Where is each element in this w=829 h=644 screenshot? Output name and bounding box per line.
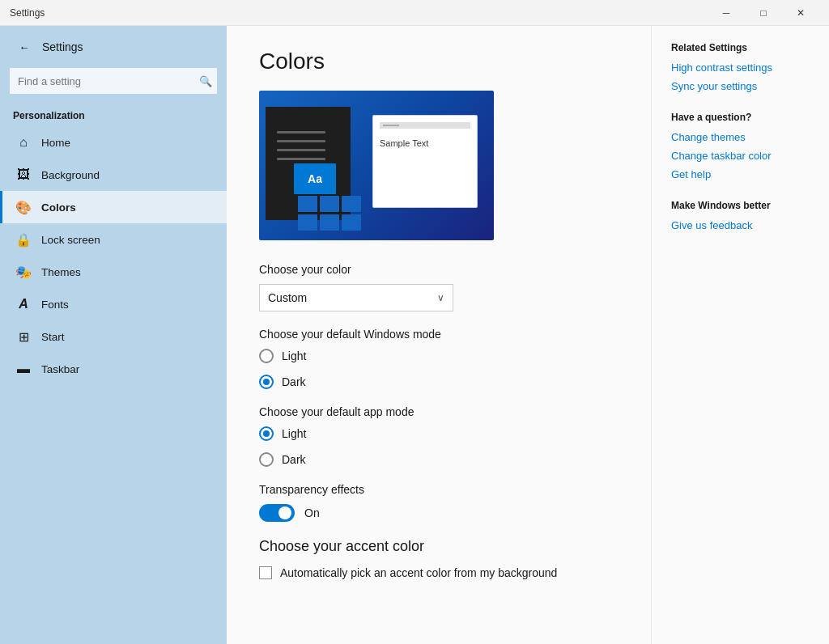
windows-mode-section: Choose your default Windows mode Light D… — [259, 328, 619, 389]
back-button[interactable]: ← — [13, 36, 36, 58]
sidebar-item-taskbar-label: Taskbar — [41, 363, 79, 375]
app-mode-light-label: Light — [282, 427, 306, 440]
home-icon: ⌂ — [15, 134, 32, 150]
preview-inner: Aa Sample Text — [259, 91, 494, 240]
preview-sample-text: Sample Text — [380, 138, 428, 148]
preview-lines — [277, 131, 325, 160]
taskbar-icon: ▬ — [15, 361, 32, 377]
transparency-toggle-row: On — [259, 504, 619, 522]
windows-mode-light-label: Light — [282, 350, 306, 362]
sidebar-section-label: Personalization — [0, 100, 227, 126]
color-preview: Aa Sample Text — [259, 91, 494, 240]
sidebar-item-fonts[interactable]: A Fonts — [0, 288, 227, 320]
app-mode-dark-label: Dark — [282, 453, 306, 466]
preview-tile-1 — [298, 196, 317, 212]
change-themes-link[interactable]: Change themes — [671, 131, 810, 143]
preview-white-window: Sample Text — [372, 115, 478, 208]
preview-line-3 — [277, 149, 325, 151]
choose-color-section: Choose your color Custom Light Dark ∨ — [259, 263, 619, 311]
sync-settings-link[interactable]: Sync your settings — [671, 80, 810, 92]
fonts-icon: A — [15, 296, 32, 312]
colors-icon: 🎨 — [15, 199, 32, 215]
windows-mode-radio-group: Light Dark — [259, 349, 619, 389]
background-icon: 🖼 — [15, 167, 32, 183]
search-icon: 🔍 — [199, 75, 212, 87]
app-mode-dark[interactable]: Dark — [259, 452, 619, 467]
accent-color-title: Choose your accent color — [259, 538, 619, 555]
sidebar-item-lock-screen-label: Lock screen — [41, 234, 100, 246]
themes-icon: 🎭 — [15, 264, 32, 280]
preview-tile-3 — [342, 196, 361, 212]
have-a-question-section: Have a question? Change themes Change ta… — [671, 112, 810, 180]
search-icon-button[interactable]: 🔍 — [199, 75, 212, 87]
preview-tile-6 — [342, 214, 361, 231]
main-window: ← Settings 🔍 Personalization ⌂ Home 🖼 Ba… — [0, 26, 829, 644]
accent-checkbox-label: Automatically pick an accent color from … — [280, 566, 557, 579]
transparency-value: On — [304, 506, 320, 519]
app-mode-light-dot — [263, 430, 270, 437]
sidebar-app-title: Settings — [42, 40, 83, 53]
main-content: Colors Aa — [227, 26, 651, 644]
sidebar-item-colors-label: Colors — [41, 201, 76, 214]
sidebar-item-background[interactable]: 🖼 Background — [0, 159, 227, 191]
window-controls: ─ □ ✕ — [708, 0, 819, 26]
accent-checkbox[interactable] — [259, 566, 272, 579]
have-question-title: Have a question? — [671, 112, 810, 123]
preview-window-titlebar — [380, 122, 470, 129]
choose-color-label: Choose your color — [259, 263, 619, 276]
windows-mode-light[interactable]: Light — [259, 349, 619, 363]
get-help-link[interactable]: Get help — [671, 168, 810, 180]
transparency-label: Transparency effects — [259, 483, 619, 496]
preview-line-4 — [277, 158, 325, 160]
minimize-button[interactable]: ─ — [708, 0, 745, 26]
sidebar-item-taskbar[interactable]: ▬ Taskbar — [0, 353, 227, 385]
sidebar: ← Settings 🔍 Personalization ⌂ Home 🖼 Ba… — [0, 26, 227, 644]
windows-mode-dark-label: Dark — [282, 375, 306, 388]
preview-dark-panel: Aa — [266, 107, 351, 220]
maximize-button[interactable]: □ — [745, 0, 782, 26]
transparency-toggle[interactable] — [259, 504, 295, 522]
toggle-knob — [278, 506, 291, 519]
accent-checkbox-row[interactable]: Automatically pick an accent color from … — [259, 566, 619, 579]
feedback-link[interactable]: Give us feedback — [671, 219, 810, 231]
related-settings-title: Related Settings — [671, 42, 810, 53]
app-mode-light-radio[interactable] — [259, 426, 274, 441]
color-dropdown[interactable]: Custom Light Dark — [268, 285, 444, 311]
app-mode-section: Choose your default app mode Light Dark — [259, 405, 619, 467]
sidebar-item-themes-label: Themes — [41, 266, 81, 278]
app-mode-dark-radio[interactable] — [259, 452, 274, 467]
transparency-section: Transparency effects On — [259, 483, 619, 522]
sidebar-item-lock-screen[interactable]: 🔒 Lock screen — [0, 223, 227, 256]
make-better-title: Make Windows better — [671, 200, 810, 211]
preview-aa-box: Aa — [294, 163, 336, 194]
search-box: 🔍 — [10, 68, 217, 94]
app-mode-light[interactable]: Light — [259, 426, 619, 441]
sidebar-item-colors[interactable]: 🎨 Colors — [0, 191, 227, 223]
lock-icon: 🔒 — [15, 231, 32, 248]
sidebar-item-themes[interactable]: 🎭 Themes — [0, 256, 227, 288]
sidebar-item-home[interactable]: ⌂ Home — [0, 126, 227, 159]
sidebar-item-background-label: Background — [41, 169, 100, 181]
sidebar-item-start[interactable]: ⊞ Start — [0, 320, 227, 353]
color-dropdown-wrapper: Custom Light Dark ∨ — [259, 284, 453, 311]
close-button[interactable]: ✕ — [782, 0, 819, 26]
preview-tile-4 — [298, 214, 317, 231]
sidebar-item-fonts-label: Fonts — [41, 299, 69, 311]
windows-mode-dark[interactable]: Dark — [259, 375, 619, 389]
preview-tile-2 — [320, 196, 339, 212]
app-mode-radio-group: Light Dark — [259, 426, 619, 467]
app-mode-label: Choose your default app mode — [259, 405, 619, 418]
back-icon: ← — [19, 41, 29, 53]
windows-mode-light-radio[interactable] — [259, 349, 274, 363]
app-title: Settings — [10, 7, 708, 19]
preview-line-1 — [277, 131, 325, 133]
preview-window-bar-line — [383, 125, 399, 126]
preview-line-2 — [277, 140, 325, 142]
windows-mode-label: Choose your default Windows mode — [259, 328, 619, 341]
search-input[interactable] — [10, 68, 217, 94]
high-contrast-link[interactable]: High contrast settings — [671, 61, 810, 74]
windows-mode-dark-radio[interactable] — [259, 375, 274, 389]
start-icon: ⊞ — [15, 328, 32, 345]
titlebar: Settings ─ □ ✕ — [0, 0, 829, 26]
change-taskbar-link[interactable]: Change taskbar color — [671, 150, 810, 162]
